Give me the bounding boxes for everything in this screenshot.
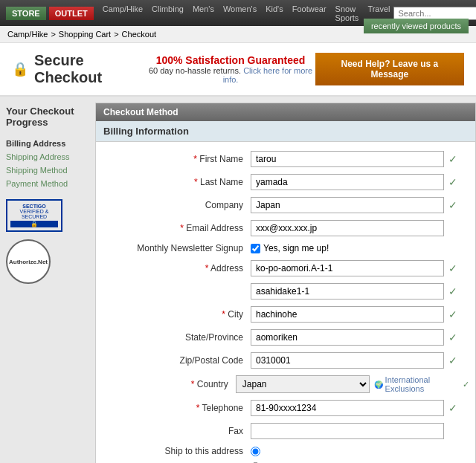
newsletter-checkbox[interactable] <box>251 244 260 253</box>
sidebar-item-shipping[interactable]: Shipping Address <box>6 150 95 163</box>
sidebar-item-method[interactable]: Shipping Method <box>6 163 95 177</box>
authorize-badge: Authorize.Net <box>6 239 62 284</box>
trust-badge-area: SECTIGO VERIFIED & SECURED 🔒 <box>6 199 95 232</box>
lock-icon: 🔒 <box>12 61 28 77</box>
breadcrumb: Camp/Hike > Shopping Cart > Checkout <box>7 30 156 39</box>
satisfaction-box: 100% Satisfaction Guaranteed 60 day no-h… <box>146 54 315 84</box>
checkout-header: 🔒 Secure Checkout 100% Satisfaction Guar… <box>0 43 476 97</box>
zip-input[interactable] <box>251 352 444 369</box>
breadcrumb-sep2: > <box>114 30 118 39</box>
breadcrumb-area: Camp/Hike > Shopping Cart > Checkout rec… <box>0 26 476 43</box>
breadcrumb-current: Checkout <box>122 30 156 39</box>
ship-to-address-label: Ship to this address <box>102 446 251 456</box>
email-label: * Email Address <box>102 223 251 233</box>
first-name-label: * First Name <box>102 154 251 164</box>
newsletter-row: Monthly Newsletter Signup Yes, sign me u… <box>96 242 475 255</box>
top-nav-links: Camp/Hike Climbing Men's Women's Kid's F… <box>103 4 390 22</box>
newsletter-check: Yes, sign me up! <box>251 243 329 253</box>
country-row: * Country Japan 🌍 International Exclusio… <box>96 374 475 395</box>
intl-exclusions-link[interactable]: International Exclusions <box>385 375 460 393</box>
authorize-badge-label: Authorize.Net <box>6 239 51 284</box>
sidebar-item-billing[interactable]: Billing Address <box>6 137 95 150</box>
address1-check-icon: ✓ <box>448 262 457 274</box>
nav-link-womens[interactable]: Women's <box>223 4 257 22</box>
recently-viewed-button[interactable]: recently viewed products <box>364 19 469 33</box>
outlet-button[interactable]: OUTLET <box>49 7 94 20</box>
email-input[interactable] <box>251 220 444 236</box>
sidebar: Your Checkout Progress Billing Address S… <box>6 103 95 463</box>
secure-checkout-title: 🔒 Secure Checkout <box>12 52 146 86</box>
address1-label: * Address <box>102 263 251 273</box>
breadcrumb-home[interactable]: Camp/Hike <box>7 30 48 39</box>
ship-to-address-row: Ship to this address <box>96 444 475 458</box>
trust-badge: SECTIGO VERIFIED & SECURED 🔒 <box>6 199 62 232</box>
company-row: Company ✓ <box>96 195 475 215</box>
city-input[interactable] <box>251 306 444 323</box>
trust-badge-label: SECTIGO <box>10 204 58 209</box>
city-label: * City <box>102 309 251 320</box>
ship-to-address-radio[interactable] <box>251 447 260 456</box>
trust-badge-icon: 🔒 <box>10 221 58 227</box>
first-name-check-icon: ✓ <box>448 153 457 165</box>
nav-link-footwear[interactable]: Footwear <box>292 4 327 22</box>
fax-row: Fax <box>96 421 475 441</box>
address1-row: * Address ✓ <box>96 259 475 278</box>
nav-link-snowsports[interactable]: Snow Sports <box>335 4 359 22</box>
company-check-icon: ✓ <box>448 199 457 211</box>
telephone-row: * Telephone ✓ <box>96 398 475 418</box>
intl-exclusions[interactable]: 🌍 International Exclusions ✓ <box>374 375 469 393</box>
breadcrumb-sep1: > <box>51 30 55 39</box>
address2-row: ✓ <box>96 282 475 301</box>
nav-link-kids[interactable]: Kid's <box>266 4 283 22</box>
sidebar-steps: Billing Address Shipping Address Shippin… <box>6 137 95 190</box>
satisfaction-subtitle: 60 day no-hassle returns. Click here for… <box>146 66 315 84</box>
search-input[interactable] <box>393 7 476 20</box>
ship-to-different-row: Ship to different address <box>96 460 475 463</box>
newsletter-label: Monthly Newsletter Signup <box>102 243 251 253</box>
company-label: Company <box>102 200 251 210</box>
last-name-input[interactable] <box>251 174 444 190</box>
nav-link-camphike[interactable]: Camp/Hike <box>103 4 143 22</box>
breadcrumb-cart[interactable]: Shopping Cart <box>59 30 111 39</box>
address2-check-icon: ✓ <box>448 285 457 297</box>
state-check-icon: ✓ <box>448 331 457 343</box>
main-content: Checkout Method Billing Information * Fi… <box>95 103 476 463</box>
telephone-input[interactable] <box>251 400 444 416</box>
last-name-row: * Last Name ✓ <box>96 172 475 192</box>
address2-input[interactable] <box>251 283 444 300</box>
main-layout: Your Checkout Progress Billing Address S… <box>0 97 476 463</box>
state-row: State/Province ✓ <box>96 328 475 347</box>
zip-check-icon: ✓ <box>448 354 457 366</box>
sidebar-item-payment[interactable]: Payment Method <box>6 177 95 190</box>
sidebar-progress-title: Your Checkout Progress <box>6 103 95 131</box>
city-check-icon: ✓ <box>448 308 457 320</box>
help-button[interactable]: Need Help? Leave us a Message <box>315 53 464 85</box>
last-name-label: * Last Name <box>102 177 251 187</box>
nav-link-mens[interactable]: Men's <box>193 4 214 22</box>
email-row: * Email Address <box>96 218 475 238</box>
last-name-check-icon: ✓ <box>448 176 457 188</box>
checkout-method-header: Checkout Method <box>96 103 475 121</box>
zip-row: Zip/Postal Code ✓ <box>96 351 475 370</box>
fax-input[interactable] <box>251 423 444 439</box>
telephone-label: * Telephone <box>102 403 251 413</box>
state-label: State/Province <box>102 332 251 343</box>
store-button[interactable]: STORE <box>6 7 46 20</box>
first-name-row: * First Name ✓ <box>96 149 475 169</box>
telephone-check-icon: ✓ <box>448 402 457 414</box>
nav-link-climbing[interactable]: Climbing <box>152 4 184 22</box>
zip-label: Zip/Postal Code <box>102 355 251 366</box>
billing-form: * First Name ✓ * Last Name ✓ Company <box>96 142 475 463</box>
satisfaction-title: 100% Satisfaction Guaranteed <box>146 54 315 66</box>
address1-input[interactable] <box>251 260 444 276</box>
company-input[interactable] <box>251 197 444 213</box>
billing-info-header: Billing Information <box>96 121 475 142</box>
fax-label: Fax <box>102 426 251 436</box>
first-name-input[interactable] <box>251 151 444 167</box>
trust-badge-sublabel: VERIFIED & SECURED <box>10 209 58 219</box>
country-select[interactable]: Japan <box>236 375 370 393</box>
intl-check-icon: ✓ <box>463 380 469 389</box>
country-label: * Country <box>102 379 236 389</box>
state-input[interactable] <box>251 329 444 346</box>
city-row: * City ✓ <box>96 305 475 324</box>
